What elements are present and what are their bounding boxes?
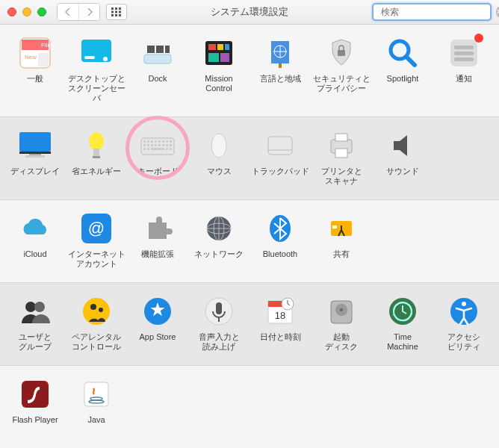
users-icon <box>17 293 53 329</box>
pref-spotlight[interactable]: Spotlight <box>372 35 433 103</box>
label: トラックパッド <box>252 167 309 186</box>
svg-rect-62 <box>170 144 172 146</box>
label: ユーザとグループ <box>19 332 52 352</box>
pref-appstore[interactable]: App Store <box>127 293 188 352</box>
svg-text:New: New <box>25 54 37 60</box>
svg-rect-102 <box>84 382 108 406</box>
svg-rect-57 <box>151 144 153 146</box>
pref-displays[interactable]: ディスプレイ <box>4 128 66 186</box>
panel-1: FileNew 一般 デスクトップとスクリーンセーバ Dock MissionC… <box>0 25 499 116</box>
pref-dictation[interactable]: 音声入力と読み上げ <box>188 293 250 352</box>
pref-extensions[interactable]: 機能拡張 <box>127 211 188 269</box>
pref-icloud[interactable]: iCloud <box>4 211 66 269</box>
search-input[interactable] <box>381 7 493 17</box>
svg-rect-49 <box>151 140 153 143</box>
pref-java[interactable]: Java <box>66 376 127 435</box>
label: Bluetooth <box>263 249 297 269</box>
svg-rect-81 <box>332 225 337 228</box>
pref-notifications[interactable]: 通知 <box>433 35 495 103</box>
spotlight-icon <box>385 35 421 71</box>
svg-rect-17 <box>84 56 95 59</box>
label: サウンド <box>386 167 419 186</box>
svg-rect-65 <box>151 148 164 150</box>
pref-users[interactable]: ユーザとグループ <box>4 293 66 352</box>
pref-flash-player[interactable]: Flash Player <box>4 376 66 435</box>
pref-mouse[interactable]: マウス <box>188 128 250 186</box>
svg-rect-28 <box>220 53 229 62</box>
svg-rect-5 <box>119 11 121 13</box>
language-icon <box>262 35 298 71</box>
panel-4: ユーザとグループ ペアレンタルコントロール App Store 音声入力と読み上… <box>0 282 499 366</box>
close-button[interactable] <box>7 7 16 16</box>
internet-accounts-icon: @ <box>78 211 114 246</box>
svg-rect-52 <box>162 140 164 143</box>
svg-rect-53 <box>166 140 168 143</box>
forward-button[interactable] <box>78 4 99 20</box>
svg-point-18 <box>103 57 108 61</box>
pref-internet-accounts[interactable]: @ インターネットアカウント <box>66 211 127 269</box>
svg-rect-41 <box>29 154 41 155</box>
label: デスクトップとスクリーンセーバ <box>66 74 127 103</box>
zoom-button[interactable] <box>37 7 46 16</box>
pref-keyboard[interactable]: キーボード <box>127 128 188 186</box>
pref-sound[interactable]: サウンド <box>372 128 433 186</box>
network-icon <box>201 211 237 246</box>
pref-dock[interactable]: Dock <box>127 35 188 103</box>
pref-energy[interactable]: 省エネルギー <box>66 128 127 186</box>
minimize-button[interactable] <box>22 7 31 16</box>
pref-mission-control[interactable]: MissionControl <box>188 35 250 103</box>
label: Java <box>87 415 105 435</box>
dictation-icon <box>201 293 237 329</box>
general-icon: FileNew <box>17 35 53 71</box>
svg-rect-67 <box>170 148 172 150</box>
titlebar: システム環境設定 ✕ <box>0 0 499 25</box>
pref-parental[interactable]: ペアレンタルコントロール <box>66 293 127 352</box>
pref-bluetooth[interactable]: Bluetooth <box>250 211 311 269</box>
show-all-button[interactable] <box>106 4 127 20</box>
svg-rect-44 <box>93 149 99 156</box>
pref-language[interactable]: 言語と地域 <box>250 35 311 103</box>
pref-network[interactable]: ネットワーク <box>188 211 250 269</box>
svg-rect-50 <box>155 140 157 143</box>
notifications-icon <box>446 35 482 71</box>
pref-trackpad[interactable]: トラックパッド <box>250 128 311 186</box>
svg-rect-47 <box>143 140 146 143</box>
energy-icon <box>78 128 114 164</box>
sound-icon <box>385 128 421 164</box>
svg-point-96 <box>340 308 343 311</box>
java-icon <box>78 376 114 412</box>
svg-point-68 <box>211 134 226 158</box>
svg-rect-89 <box>216 302 222 314</box>
pref-printers[interactable]: プリンタとスキャナ <box>311 128 372 186</box>
svg-rect-66 <box>166 148 168 150</box>
window-controls <box>7 7 46 16</box>
back-button[interactable] <box>58 4 78 20</box>
pref-desktop[interactable]: デスクトップとスクリーンセーバ <box>66 35 127 103</box>
pref-security[interactable]: セキュリティとプライバシー <box>311 35 372 103</box>
label: キーボード <box>137 167 179 186</box>
label: 音声入力と読み上げ <box>199 332 240 352</box>
svg-rect-72 <box>335 134 347 141</box>
label: ディスプレイ <box>10 167 60 186</box>
pref-time-machine[interactable]: TimeMachine <box>372 293 433 352</box>
pref-sharing[interactable]: 共有 <box>311 211 372 269</box>
icloud-icon <box>17 211 53 246</box>
clear-search-button[interactable]: ✕ <box>496 7 499 17</box>
pref-date-time[interactable]: 18 日付と時刻 <box>250 293 311 352</box>
notification-badge <box>474 34 483 43</box>
svg-rect-56 <box>147 144 149 146</box>
label: 共有 <box>333 249 350 269</box>
security-icon <box>323 35 359 71</box>
pref-accessibility[interactable]: アクセシビリティ <box>433 293 495 352</box>
label: Spotlight <box>387 74 419 93</box>
pref-general[interactable]: FileNew 一般 <box>4 35 66 103</box>
svg-rect-51 <box>158 140 161 143</box>
svg-point-83 <box>34 302 45 312</box>
label: 通知 <box>456 74 472 93</box>
search-field[interactable]: ✕ <box>372 3 492 21</box>
svg-text:File: File <box>41 42 51 49</box>
svg-point-86 <box>99 308 103 312</box>
svg-rect-26 <box>225 44 229 50</box>
label: プリンタとスキャナ <box>321 167 362 186</box>
pref-startup-disk[interactable]: 起動ディスク <box>311 293 372 352</box>
